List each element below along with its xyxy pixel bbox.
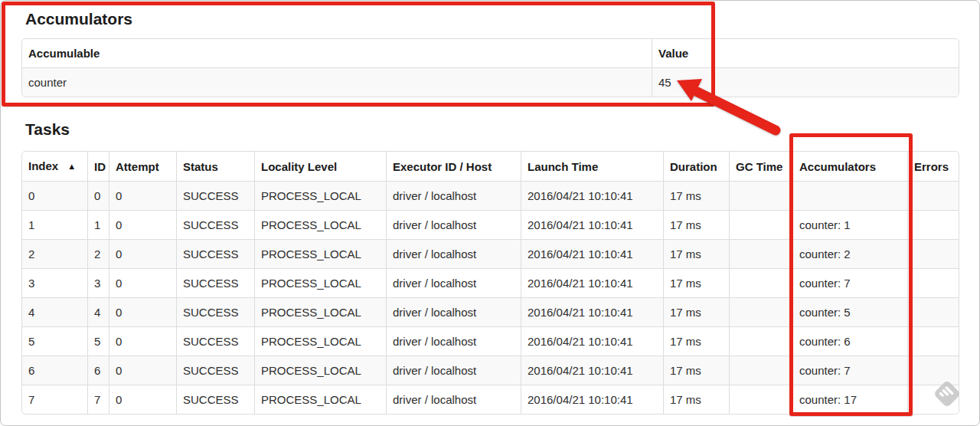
- table-cell: [730, 356, 793, 385]
- accumulators-table-body: counter45: [22, 68, 959, 97]
- table-cell: [793, 182, 908, 211]
- column-header-label: Index: [28, 159, 58, 172]
- column-header-label: Executor ID / Host: [393, 160, 492, 173]
- table-cell: [730, 211, 793, 240]
- table-cell: counter: 5: [793, 298, 908, 327]
- accumulators-section: Accumulators AccumulableValue counter45: [21, 10, 959, 97]
- tasks-header-row: Index▲IDAttemptStatusLocality LevelExecu…: [22, 152, 959, 182]
- column-header-label: Attempt: [116, 160, 159, 173]
- column-header-duration[interactable]: Duration: [664, 152, 730, 182]
- table-cell: [908, 269, 959, 298]
- table-cell: 4: [22, 298, 88, 327]
- column-header-id[interactable]: ID: [88, 152, 109, 182]
- column-header-label: Launch Time: [528, 160, 598, 173]
- table-cell: counter: 7: [793, 356, 908, 385]
- table-cell: PROCESS_LOCAL: [255, 211, 387, 240]
- table-cell: [908, 211, 959, 240]
- column-header-locality-level[interactable]: Locality Level: [255, 152, 387, 182]
- column-header-status[interactable]: Status: [177, 152, 255, 182]
- column-header-executor-id-host[interactable]: Executor ID / Host: [387, 152, 521, 182]
- column-header-errors[interactable]: Errors: [908, 152, 959, 182]
- column-header-label: Locality Level: [261, 160, 337, 173]
- accumulators-header-row: AccumulableValue: [22, 39, 959, 68]
- column-header-accumulable[interactable]: Accumulable: [22, 39, 652, 68]
- tasks-table: Index▲IDAttemptStatusLocality LevelExecu…: [22, 152, 959, 414]
- table-cell: 2: [88, 240, 109, 269]
- table-cell: SUCCESS: [177, 240, 255, 269]
- table-cell: driver / localhost: [387, 240, 521, 269]
- accumulators-table: AccumulableValue counter45: [22, 39, 959, 97]
- table-cell: SUCCESS: [177, 182, 255, 211]
- table-row: 330SUCCESSPROCESS_LOCALdriver / localhos…: [22, 269, 959, 298]
- table-cell: counter: 17: [793, 385, 908, 415]
- table-cell: 3: [22, 269, 88, 298]
- table-cell: SUCCESS: [177, 385, 255, 415]
- tasks-section: Tasks Index▲IDAttemptStatusLocality Leve…: [21, 120, 959, 415]
- table-cell: 17 ms: [664, 385, 730, 415]
- table-cell: PROCESS_LOCAL: [255, 269, 387, 298]
- table-cell: PROCESS_LOCAL: [255, 327, 387, 356]
- table-cell: 17 ms: [664, 182, 730, 211]
- table-cell: counter: 6: [793, 327, 908, 356]
- table-row: 770SUCCESSPROCESS_LOCALdriver / localhos…: [22, 385, 959, 415]
- accumulators-heading: Accumulators: [25, 10, 959, 28]
- table-cell: [908, 298, 959, 327]
- table-cell: 0: [22, 182, 88, 211]
- table-cell: 17 ms: [664, 356, 730, 385]
- column-header-label: Accumulable: [28, 47, 100, 60]
- table-cell: 7: [22, 385, 88, 415]
- table-cell: 17 ms: [664, 240, 730, 269]
- table-cell: 2016/04/21 10:10:41: [521, 269, 664, 298]
- table-cell: [908, 385, 959, 415]
- column-header-accumulators[interactable]: Accumulators: [793, 152, 908, 182]
- table-cell: 17 ms: [664, 269, 730, 298]
- page-content: Accumulators AccumulableValue counter45 …: [0, 0, 980, 415]
- table-cell: 2016/04/21 10:10:41: [521, 356, 664, 385]
- table-cell: PROCESS_LOCAL: [255, 356, 387, 385]
- table-cell: driver / localhost: [387, 298, 521, 327]
- table-cell: 1: [88, 211, 109, 240]
- table-cell: driver / localhost: [387, 211, 521, 240]
- table-cell: [908, 327, 959, 356]
- table-cell: driver / localhost: [387, 269, 521, 298]
- column-header-launch-time[interactable]: Launch Time: [521, 152, 664, 182]
- column-header-value[interactable]: Value: [652, 39, 959, 68]
- table-cell: 2: [22, 240, 88, 269]
- table-cell: counter: 7: [793, 269, 908, 298]
- table-cell: [908, 182, 959, 211]
- table-cell: 5: [22, 327, 88, 356]
- tasks-heading: Tasks: [25, 120, 959, 138]
- table-cell: 0: [109, 327, 177, 356]
- table-cell: [730, 182, 793, 211]
- table-cell: 2016/04/21 10:10:41: [521, 298, 664, 327]
- table-cell: 0: [109, 385, 177, 415]
- table-cell: driver / localhost: [387, 356, 521, 385]
- table-cell: 17 ms: [664, 211, 730, 240]
- table-cell: SUCCESS: [177, 356, 255, 385]
- table-row: 110SUCCESSPROCESS_LOCALdriver / localhos…: [22, 211, 959, 240]
- column-header-label: GC Time: [736, 160, 782, 173]
- column-header-index[interactable]: Index▲: [22, 152, 88, 182]
- table-row: 220SUCCESSPROCESS_LOCALdriver / localhos…: [22, 240, 959, 269]
- tasks-table-container: Index▲IDAttemptStatusLocality LevelExecu…: [21, 151, 959, 415]
- table-cell: counter: 2: [793, 240, 908, 269]
- table-cell: [730, 298, 793, 327]
- column-header-attempt[interactable]: Attempt: [109, 152, 177, 182]
- tasks-table-body: 000SUCCESSPROCESS_LOCALdriver / localhos…: [22, 182, 959, 415]
- table-cell: 2016/04/21 10:10:41: [521, 327, 664, 356]
- table-cell: PROCESS_LOCAL: [255, 240, 387, 269]
- table-row: 550SUCCESSPROCESS_LOCALdriver / localhos…: [22, 327, 959, 356]
- column-header-label: Status: [183, 160, 218, 173]
- table-cell: 5: [88, 327, 109, 356]
- table-cell: driver / localhost: [387, 182, 521, 211]
- table-row: counter45: [22, 68, 959, 97]
- table-cell: [908, 356, 959, 385]
- table-cell: 2016/04/21 10:10:41: [521, 182, 664, 211]
- table-cell: PROCESS_LOCAL: [255, 298, 387, 327]
- table-cell: 2016/04/21 10:10:41: [521, 211, 664, 240]
- table-cell: SUCCESS: [177, 298, 255, 327]
- table-row: 000SUCCESSPROCESS_LOCALdriver / localhos…: [22, 182, 959, 211]
- column-header-label: Duration: [670, 160, 717, 173]
- column-header-gc-time[interactable]: GC Time: [730, 152, 793, 182]
- column-header-label: Errors: [914, 160, 949, 173]
